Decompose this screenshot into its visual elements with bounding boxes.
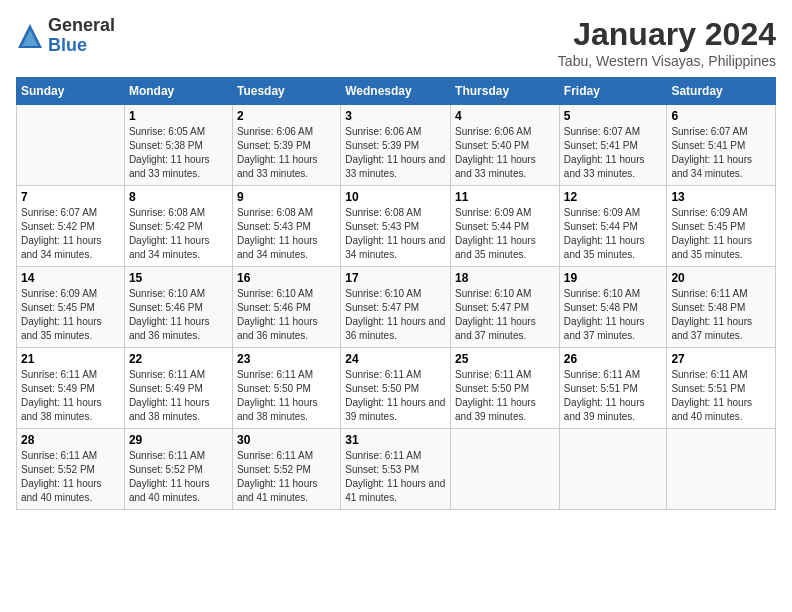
calendar-table: SundayMondayTuesdayWednesdayThursdayFrid… bbox=[16, 77, 776, 510]
day-detail: Sunrise: 6:10 AMSunset: 5:47 PMDaylight:… bbox=[455, 288, 536, 341]
day-cell: 19Sunrise: 6:10 AMSunset: 5:48 PMDayligh… bbox=[559, 267, 667, 348]
day-cell: 4Sunrise: 6:06 AMSunset: 5:40 PMDaylight… bbox=[451, 105, 560, 186]
day-cell: 17Sunrise: 6:10 AMSunset: 5:47 PMDayligh… bbox=[341, 267, 451, 348]
day-number: 8 bbox=[129, 190, 228, 204]
day-detail: Sunrise: 6:06 AMSunset: 5:40 PMDaylight:… bbox=[455, 126, 536, 179]
logo: General Blue bbox=[16, 16, 115, 56]
day-number: 17 bbox=[345, 271, 446, 285]
day-number: 16 bbox=[237, 271, 336, 285]
day-detail: Sunrise: 6:10 AMSunset: 5:46 PMDaylight:… bbox=[129, 288, 210, 341]
day-number: 13 bbox=[671, 190, 771, 204]
day-cell: 16Sunrise: 6:10 AMSunset: 5:46 PMDayligh… bbox=[232, 267, 340, 348]
day-cell: 6Sunrise: 6:07 AMSunset: 5:41 PMDaylight… bbox=[667, 105, 776, 186]
week-row-4: 28Sunrise: 6:11 AMSunset: 5:52 PMDayligh… bbox=[17, 429, 776, 510]
logo-blue: Blue bbox=[48, 36, 115, 56]
title-area: January 2024 Tabu, Western Visayas, Phil… bbox=[558, 16, 776, 69]
header-row: SundayMondayTuesdayWednesdayThursdayFrid… bbox=[17, 78, 776, 105]
subtitle: Tabu, Western Visayas, Philippines bbox=[558, 53, 776, 69]
day-number: 10 bbox=[345, 190, 446, 204]
day-cell bbox=[451, 429, 560, 510]
day-cell bbox=[17, 105, 125, 186]
day-cell: 15Sunrise: 6:10 AMSunset: 5:46 PMDayligh… bbox=[124, 267, 232, 348]
week-row-0: 1Sunrise: 6:05 AMSunset: 5:38 PMDaylight… bbox=[17, 105, 776, 186]
day-number: 31 bbox=[345, 433, 446, 447]
day-detail: Sunrise: 6:06 AMSunset: 5:39 PMDaylight:… bbox=[345, 126, 445, 179]
day-number: 4 bbox=[455, 109, 555, 123]
day-detail: Sunrise: 6:11 AMSunset: 5:51 PMDaylight:… bbox=[564, 369, 645, 422]
day-number: 12 bbox=[564, 190, 663, 204]
day-cell: 12Sunrise: 6:09 AMSunset: 5:44 PMDayligh… bbox=[559, 186, 667, 267]
day-detail: Sunrise: 6:09 AMSunset: 5:44 PMDaylight:… bbox=[564, 207, 645, 260]
day-cell: 3Sunrise: 6:06 AMSunset: 5:39 PMDaylight… bbox=[341, 105, 451, 186]
day-number: 5 bbox=[564, 109, 663, 123]
day-number: 26 bbox=[564, 352, 663, 366]
day-cell: 22Sunrise: 6:11 AMSunset: 5:49 PMDayligh… bbox=[124, 348, 232, 429]
day-detail: Sunrise: 6:10 AMSunset: 5:48 PMDaylight:… bbox=[564, 288, 645, 341]
day-cell: 18Sunrise: 6:10 AMSunset: 5:47 PMDayligh… bbox=[451, 267, 560, 348]
day-cell: 10Sunrise: 6:08 AMSunset: 5:43 PMDayligh… bbox=[341, 186, 451, 267]
day-number: 21 bbox=[21, 352, 120, 366]
day-cell: 31Sunrise: 6:11 AMSunset: 5:53 PMDayligh… bbox=[341, 429, 451, 510]
day-cell: 27Sunrise: 6:11 AMSunset: 5:51 PMDayligh… bbox=[667, 348, 776, 429]
day-cell: 26Sunrise: 6:11 AMSunset: 5:51 PMDayligh… bbox=[559, 348, 667, 429]
day-detail: Sunrise: 6:08 AMSunset: 5:43 PMDaylight:… bbox=[237, 207, 318, 260]
day-number: 7 bbox=[21, 190, 120, 204]
day-number: 2 bbox=[237, 109, 336, 123]
day-number: 20 bbox=[671, 271, 771, 285]
day-number: 28 bbox=[21, 433, 120, 447]
day-detail: Sunrise: 6:11 AMSunset: 5:49 PMDaylight:… bbox=[129, 369, 210, 422]
day-detail: Sunrise: 6:11 AMSunset: 5:52 PMDaylight:… bbox=[129, 450, 210, 503]
day-cell: 13Sunrise: 6:09 AMSunset: 5:45 PMDayligh… bbox=[667, 186, 776, 267]
week-row-1: 7Sunrise: 6:07 AMSunset: 5:42 PMDaylight… bbox=[17, 186, 776, 267]
day-cell bbox=[667, 429, 776, 510]
day-number: 9 bbox=[237, 190, 336, 204]
day-cell: 30Sunrise: 6:11 AMSunset: 5:52 PMDayligh… bbox=[232, 429, 340, 510]
day-detail: Sunrise: 6:06 AMSunset: 5:39 PMDaylight:… bbox=[237, 126, 318, 179]
day-cell: 29Sunrise: 6:11 AMSunset: 5:52 PMDayligh… bbox=[124, 429, 232, 510]
day-number: 19 bbox=[564, 271, 663, 285]
main-title: January 2024 bbox=[558, 16, 776, 53]
week-row-3: 21Sunrise: 6:11 AMSunset: 5:49 PMDayligh… bbox=[17, 348, 776, 429]
logo-general: General bbox=[48, 16, 115, 36]
day-number: 30 bbox=[237, 433, 336, 447]
header: General Blue January 2024 Tabu, Western … bbox=[16, 16, 776, 69]
day-number: 24 bbox=[345, 352, 446, 366]
day-cell: 9Sunrise: 6:08 AMSunset: 5:43 PMDaylight… bbox=[232, 186, 340, 267]
col-header-friday: Friday bbox=[559, 78, 667, 105]
day-detail: Sunrise: 6:09 AMSunset: 5:45 PMDaylight:… bbox=[671, 207, 752, 260]
day-detail: Sunrise: 6:07 AMSunset: 5:42 PMDaylight:… bbox=[21, 207, 102, 260]
day-number: 27 bbox=[671, 352, 771, 366]
day-number: 14 bbox=[21, 271, 120, 285]
day-detail: Sunrise: 6:09 AMSunset: 5:44 PMDaylight:… bbox=[455, 207, 536, 260]
day-cell: 7Sunrise: 6:07 AMSunset: 5:42 PMDaylight… bbox=[17, 186, 125, 267]
day-detail: Sunrise: 6:08 AMSunset: 5:43 PMDaylight:… bbox=[345, 207, 445, 260]
day-detail: Sunrise: 6:11 AMSunset: 5:48 PMDaylight:… bbox=[671, 288, 752, 341]
logo-icon bbox=[16, 22, 44, 50]
day-detail: Sunrise: 6:07 AMSunset: 5:41 PMDaylight:… bbox=[671, 126, 752, 179]
week-row-2: 14Sunrise: 6:09 AMSunset: 5:45 PMDayligh… bbox=[17, 267, 776, 348]
day-detail: Sunrise: 6:09 AMSunset: 5:45 PMDaylight:… bbox=[21, 288, 102, 341]
day-detail: Sunrise: 6:10 AMSunset: 5:47 PMDaylight:… bbox=[345, 288, 445, 341]
day-detail: Sunrise: 6:10 AMSunset: 5:46 PMDaylight:… bbox=[237, 288, 318, 341]
day-number: 3 bbox=[345, 109, 446, 123]
day-detail: Sunrise: 6:11 AMSunset: 5:50 PMDaylight:… bbox=[345, 369, 445, 422]
day-number: 25 bbox=[455, 352, 555, 366]
day-number: 6 bbox=[671, 109, 771, 123]
day-detail: Sunrise: 6:11 AMSunset: 5:53 PMDaylight:… bbox=[345, 450, 445, 503]
day-detail: Sunrise: 6:11 AMSunset: 5:49 PMDaylight:… bbox=[21, 369, 102, 422]
day-cell: 8Sunrise: 6:08 AMSunset: 5:42 PMDaylight… bbox=[124, 186, 232, 267]
day-number: 23 bbox=[237, 352, 336, 366]
day-number: 22 bbox=[129, 352, 228, 366]
col-header-thursday: Thursday bbox=[451, 78, 560, 105]
day-detail: Sunrise: 6:11 AMSunset: 5:52 PMDaylight:… bbox=[237, 450, 318, 503]
day-number: 29 bbox=[129, 433, 228, 447]
col-header-monday: Monday bbox=[124, 78, 232, 105]
day-detail: Sunrise: 6:11 AMSunset: 5:52 PMDaylight:… bbox=[21, 450, 102, 503]
day-detail: Sunrise: 6:05 AMSunset: 5:38 PMDaylight:… bbox=[129, 126, 210, 179]
day-cell: 21Sunrise: 6:11 AMSunset: 5:49 PMDayligh… bbox=[17, 348, 125, 429]
col-header-wednesday: Wednesday bbox=[341, 78, 451, 105]
day-cell: 11Sunrise: 6:09 AMSunset: 5:44 PMDayligh… bbox=[451, 186, 560, 267]
day-cell bbox=[559, 429, 667, 510]
day-cell: 28Sunrise: 6:11 AMSunset: 5:52 PMDayligh… bbox=[17, 429, 125, 510]
day-number: 11 bbox=[455, 190, 555, 204]
